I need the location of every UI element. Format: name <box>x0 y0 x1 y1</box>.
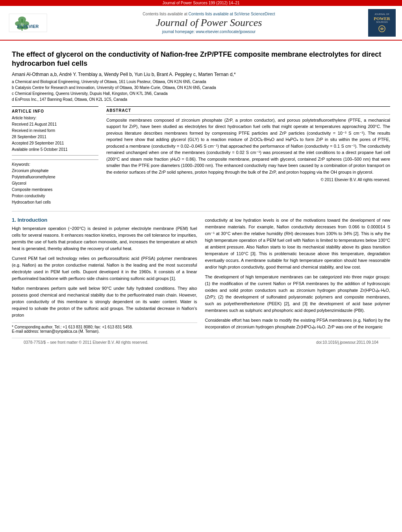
footnote-area: * Corresponding author. Tel.: +1 613 831… <box>12 323 197 334</box>
intro-para-2: Current PEM fuel cell technology relies … <box>12 255 197 282</box>
journal-citation-text: Journal of Power Sources 199 (2012) 14–2… <box>162 1 239 5</box>
doi-text: doi:10.1016/j.jpowsour.2011.09.104 <box>316 340 378 345</box>
abstract-copyright: © 2011 Elsevier B.V. All rights reserved… <box>106 178 390 182</box>
badge-line1: JOURNAL OF <box>374 13 389 15</box>
affiliation-d: d EnPross Inc., 147 Banning Road, Ottawa… <box>12 97 390 102</box>
journal-title: Journal of Power Sources <box>54 17 364 29</box>
keyword-1: Zirconium phosphate <box>12 168 98 174</box>
authors-line: Amani Al-Othman a,b, André Y. Tremblay a… <box>12 72 390 77</box>
intro-para-1: High temperature operation (~200°C) is d… <box>12 225 197 252</box>
homepage-line: journal homepage: www.elsevier.com/locat… <box>54 30 364 34</box>
section1-title: 1. Introduction <box>12 217 197 223</box>
abstract-header: ABSTRACT <box>106 106 390 115</box>
footnote-star: * Corresponding author. Tel.: +1 613 831… <box>12 325 197 329</box>
abstract-text: Composite membranes composed of zirconiu… <box>106 117 390 176</box>
affiliation-a: a Chemical and Biological Engineering, U… <box>12 79 390 85</box>
homepage-label: journal homepage: <box>162 30 195 34</box>
homepage-url[interactable]: www.elsevier.com/locate/jpowsour <box>196 30 256 34</box>
keyword-2: Polytetrafluoromethylene <box>12 174 98 180</box>
section-divider <box>12 211 390 211</box>
info-abstract-row: ARTICLE INFO Article history: Received 2… <box>12 106 390 206</box>
received1: Received 21 August 2011 <box>12 121 98 128</box>
affiliation-b: b Catalysis Centre for Research and Inno… <box>12 85 390 91</box>
authors-text: Amani Al-Othman a,b, André Y. Tremblay a… <box>12 72 236 77</box>
article-title: The effect of glycerol on the conductivi… <box>12 50 390 69</box>
keyword-3: Glycerol <box>12 180 98 187</box>
bottom-bar: 0378-7753/$ – see front matter © 2011 El… <box>12 338 390 347</box>
body-content: 1. Introduction High temperature operati… <box>12 217 390 334</box>
affiliations-block: a Chemical and Biological Engineering, U… <box>12 79 390 102</box>
sciverse-line: Contents lists available at Contents lis… <box>54 12 364 16</box>
right-para-3: Considerable effort has been made to mod… <box>205 317 391 330</box>
article-info-box: ARTICLE INFO Article history: Received 2… <box>12 106 98 156</box>
issn-text: 0378-7753/$ – see front matter © 2011 El… <box>24 340 148 345</box>
right-para-2: The development of high temperature memb… <box>205 274 391 314</box>
intro-para-3: Nafion membranes perform quite well belo… <box>12 285 197 319</box>
keywords-box: Keywords: Zirconium phosphate Polytetraf… <box>12 159 98 206</box>
history-label: Article history: <box>12 115 98 121</box>
left-column: ARTICLE INFO Article history: Received 2… <box>12 106 98 206</box>
article-info-title: ARTICLE INFO <box>12 109 98 113</box>
keyword-6: Hydrocarbon fuel cells <box>12 199 98 206</box>
badge-line2: POWER <box>374 16 390 21</box>
section1-number: 1. <box>12 217 16 223</box>
accepted: Accepted 29 September 2011 <box>12 140 98 146</box>
keywords-title: Keywords: <box>12 162 98 167</box>
body-right-col: conductivity at low hydration levels is … <box>205 217 391 334</box>
online: Available online 5 October 2011 <box>12 146 98 153</box>
journal-header: ELSEVIER Contents lists available at Con… <box>0 6 402 41</box>
section1-heading: Introduction <box>17 217 47 223</box>
keywords-label: Keywords: <box>12 162 30 167</box>
revised-date: 28 September 2011 <box>12 134 98 140</box>
right-para-1: conductivity at low hydration levels is … <box>205 217 391 271</box>
affiliation-c: c Chemical Engineering, Queens Universit… <box>12 91 390 96</box>
received-revised-label: Received in revised form <box>12 128 98 134</box>
keyword-5: Proton conductivity <box>12 193 98 199</box>
elsevier-logo: ELSEVIER <box>8 13 48 33</box>
main-content: The effect of glycerol on the conductivi… <box>0 41 402 350</box>
keywords-list: Zirconium phosphate Polytetrafluoromethy… <box>12 168 98 206</box>
sciverse-link[interactable]: Contents lists available at SciVerse Sci… <box>189 12 275 16</box>
keyword-4: Composite membranes <box>12 187 98 193</box>
body-left-col: 1. Introduction High temperature operati… <box>12 217 197 334</box>
svg-text:ELSEVIER: ELSEVIER <box>17 24 39 29</box>
abstract-section: ABSTRACT Composite membranes composed of… <box>106 106 390 206</box>
footnote-email: E-mail address: ternan@synpatica.ca (M. … <box>12 329 197 334</box>
journal-header-center: Contents lists available at Contents lis… <box>54 12 364 34</box>
badge-line3: SOURCES <box>376 21 388 23</box>
journal-citation-bar: Journal of Power Sources 199 (2012) 14–2… <box>0 0 402 6</box>
article-history: Article history: Received 21 August 2011… <box>12 115 98 153</box>
journal-badge-area: JOURNAL OF POWER SOURCES <box>368 9 396 37</box>
journal-badge: JOURNAL OF POWER SOURCES <box>368 9 396 37</box>
elsevier-logo-area: ELSEVIER <box>6 13 50 33</box>
